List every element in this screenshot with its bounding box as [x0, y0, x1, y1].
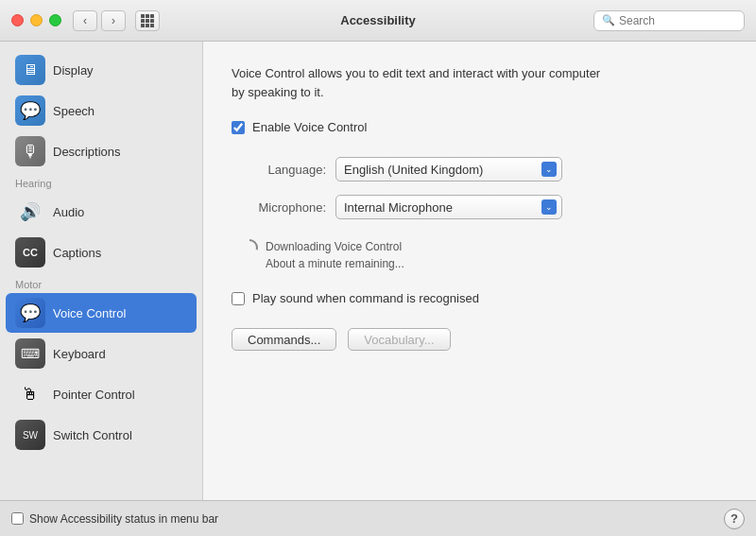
- search-input[interactable]: [619, 14, 736, 27]
- sidebar-item-display[interactable]: 🖥 Display: [6, 50, 197, 90]
- pointer-icon: 🖱: [15, 379, 45, 409]
- main-area: 🖥 Display 💬 Speech 🎙 Descriptions Hearin…: [0, 42, 756, 500]
- search-icon: 🔍: [602, 14, 615, 26]
- sidebar-label-audio: Audio: [53, 205, 84, 219]
- motor-category-label: Motor: [0, 273, 202, 292]
- show-status-checkbox[interactable]: [11, 512, 24, 525]
- maximize-button[interactable]: [49, 14, 61, 26]
- grid-button[interactable]: [135, 10, 160, 31]
- display-icon: 🖥: [15, 55, 45, 85]
- sidebar-label-keyboard: Keyboard: [53, 347, 106, 361]
- titlebar: ‹ › Accessibility 🔍: [0, 0, 756, 42]
- footer: Show Accessibility status in menu bar ?: [0, 500, 756, 536]
- sidebar-label-captions: Captions: [53, 246, 101, 260]
- sidebar-item-pointer-control[interactable]: 🖱 Pointer Control: [6, 374, 197, 414]
- sidebar-label-pointer-control: Pointer Control: [53, 388, 135, 402]
- sidebar-item-keyboard[interactable]: ⌨ Keyboard: [6, 334, 197, 373]
- downloading-title: Downloading Voice Control: [266, 240, 402, 253]
- sidebar-item-audio[interactable]: 🔊 Audio: [6, 192, 197, 232]
- sidebar: 🖥 Display 💬 Speech 🎙 Descriptions Hearin…: [0, 42, 203, 500]
- microphone-select-wrapper[interactable]: Internal Microphone Built-in Microphone …: [335, 195, 562, 219]
- minimize-button[interactable]: [30, 14, 43, 26]
- keyboard-icon: ⌨: [15, 338, 45, 369]
- back-button[interactable]: ‹: [73, 10, 97, 31]
- sidebar-item-speech[interactable]: 💬 Speech: [6, 91, 197, 130]
- nav-buttons: ‹ ›: [73, 10, 126, 31]
- microphone-row: Microphone: Internal Microphone Built-in…: [232, 195, 728, 219]
- microphone-select[interactable]: Internal Microphone Built-in Microphone …: [335, 195, 562, 219]
- sidebar-item-captions[interactable]: CC Captions: [6, 233, 197, 272]
- vocabulary-button[interactable]: Vocabulary...: [348, 328, 450, 351]
- descriptions-icon: 🎙: [15, 136, 45, 166]
- sidebar-label-voice-control: Voice Control: [53, 306, 126, 320]
- sidebar-label-speech: Speech: [53, 104, 94, 118]
- downloading-sub: About a minute remaining...: [266, 257, 404, 270]
- captions-icon: CC: [15, 237, 45, 268]
- traffic-lights: [11, 14, 61, 26]
- sidebar-item-voice-control[interactable]: 💬 Voice Control: [6, 293, 197, 333]
- language-select-wrapper[interactable]: English (United Kingdom) English (United…: [335, 157, 562, 182]
- close-button[interactable]: [11, 14, 24, 26]
- microphone-label: Microphone:: [232, 200, 326, 215]
- play-sound-checkbox[interactable]: [232, 292, 245, 305]
- enable-voice-control-label[interactable]: Enable Voice Control: [252, 120, 367, 134]
- grid-icon: [141, 14, 154, 27]
- language-label: Language:: [232, 163, 326, 177]
- voice-control-icon: 💬: [15, 298, 45, 328]
- window-title: Accessibility: [340, 13, 416, 27]
- language-row: Language: English (United Kingdom) Engli…: [232, 157, 728, 182]
- show-status-row: Show Accessibility status in menu bar: [11, 512, 724, 526]
- show-status-label[interactable]: Show Accessibility status in menu bar: [29, 512, 218, 526]
- play-sound-label[interactable]: Play sound when command is recognised: [252, 291, 479, 305]
- play-sound-row: Play sound when command is recognised: [232, 291, 728, 305]
- enable-voice-control-checkbox[interactable]: [232, 121, 245, 134]
- forward-button[interactable]: ›: [101, 10, 126, 31]
- language-select[interactable]: English (United Kingdom) English (United…: [335, 157, 562, 182]
- sidebar-label-display: Display: [53, 63, 94, 78]
- sidebar-item-switch-control[interactable]: SW Switch Control: [6, 415, 197, 455]
- help-button[interactable]: ?: [724, 509, 745, 529]
- speech-icon: 💬: [15, 95, 45, 126]
- commands-button[interactable]: Commands...: [232, 328, 336, 351]
- button-row: Commands... Vocabulary...: [232, 328, 728, 351]
- downloading-spinner: [241, 239, 258, 256]
- search-box[interactable]: 🔍: [593, 10, 745, 31]
- voice-control-description: Voice Control allows you to edit text an…: [232, 64, 610, 101]
- switch-icon: SW: [15, 420, 45, 450]
- sidebar-item-descriptions[interactable]: 🎙 Descriptions: [6, 131, 197, 171]
- hearing-category-label: Hearing: [0, 172, 202, 191]
- audio-icon: 🔊: [15, 197, 45, 227]
- enable-voice-control-row: Enable Voice Control: [232, 120, 728, 134]
- content-panel: Voice Control allows you to edit text an…: [203, 42, 756, 500]
- downloading-text: Downloading Voice Control About a minute…: [266, 238, 404, 272]
- downloading-row: Downloading Voice Control About a minute…: [232, 238, 728, 272]
- sidebar-label-descriptions: Descriptions: [53, 145, 121, 159]
- sidebar-label-switch-control: Switch Control: [53, 428, 132, 442]
